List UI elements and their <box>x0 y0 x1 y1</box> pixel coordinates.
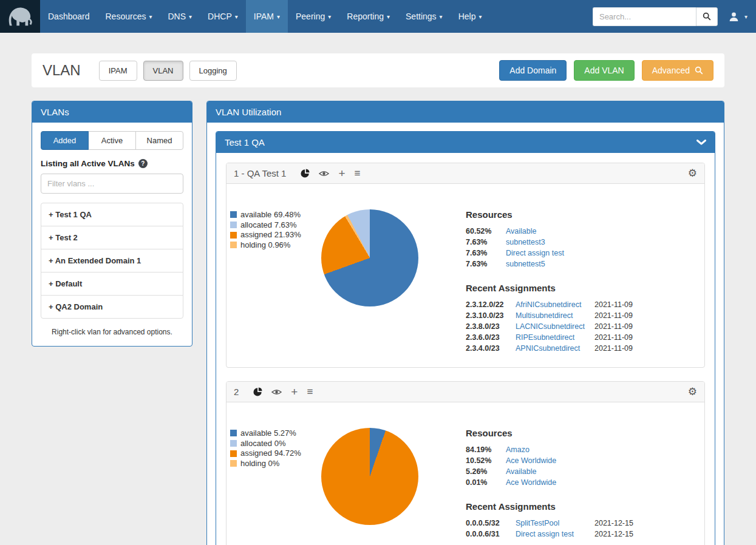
vlan-utilization-body: Test 1 QA 1 - QA Test 1 <box>207 123 724 545</box>
nav-item-settings[interactable]: Settings▾ <box>398 0 451 33</box>
resources-list: 60.52%Available7.63%subnettest37.63%Dire… <box>466 227 689 268</box>
add-domain-button[interactable]: Add Domain <box>499 60 567 81</box>
advanced-button[interactable]: Advanced <box>642 60 713 81</box>
nav-item-label: Dashboard <box>48 12 90 21</box>
assignment-link[interactable]: APNICsubnetdirect <box>516 344 588 353</box>
nav-item-ipam[interactable]: IPAM▾ <box>246 0 288 33</box>
nav-item-label: DHCP <box>208 12 232 21</box>
vlan-list-item[interactable]: + An Extended Domain 1 <box>41 249 183 272</box>
nav-item-label: Resources <box>106 12 146 21</box>
page-header: VLAN IPAMVLANLogging Add DomainAdd VLANA… <box>32 53 724 87</box>
search-button[interactable] <box>696 7 718 26</box>
nav-item-help[interactable]: Help▾ <box>451 0 490 33</box>
vlan-list-item[interactable]: + Test 1 QA <box>41 203 183 226</box>
resource-link[interactable]: Available <box>506 467 556 476</box>
gear-icon[interactable]: ⚙ <box>688 168 697 178</box>
vlan-list-item[interactable]: + QA2 Domain <box>41 296 183 318</box>
caret-down-icon: ▾ <box>440 13 443 20</box>
tab-logging[interactable]: Logging <box>189 61 237 81</box>
legend-item: available 69.48% <box>230 211 321 219</box>
legend-item: holding 0% <box>230 459 321 468</box>
filter-tab-active[interactable]: Active <box>88 131 136 150</box>
vlan-filter-tabs: AddedActiveNamed <box>41 131 183 150</box>
help-icon[interactable]: ? <box>138 159 148 168</box>
caret-down-icon: ▾ <box>235 13 238 20</box>
assignment-cidr: 0.0.0.5/32 <box>466 519 509 527</box>
tab-vlan[interactable]: VLAN <box>143 61 183 81</box>
nav-item-peering[interactable]: Peering▾ <box>288 0 339 33</box>
resource-link[interactable]: Available <box>506 227 564 235</box>
assignment-date: 2021-11-09 <box>594 322 633 331</box>
resource-link[interactable]: subnettest5 <box>506 260 564 268</box>
nav-item-dhcp[interactable]: DHCP▾ <box>200 0 246 33</box>
pie-chart-view-icon[interactable] <box>301 169 310 178</box>
resource-link[interactable]: Direct assign test <box>506 249 564 257</box>
legend-item: allocated 0% <box>230 439 321 448</box>
nav-item-resources[interactable]: Resources▾ <box>98 0 160 33</box>
tab-ipam[interactable]: IPAM <box>99 61 137 81</box>
legend-label: assigned 21.93% <box>240 231 301 239</box>
resource-percent: 10.52% <box>466 456 500 465</box>
search-input[interactable] <box>593 7 696 26</box>
user-menu[interactable]: ▾ <box>729 12 747 22</box>
vlan-list-item[interactable]: + Default <box>41 272 183 296</box>
pie-chart <box>321 209 418 306</box>
legend-label: allocated 7.63% <box>240 221 297 229</box>
assignment-date: 2021-12-15 <box>594 530 633 538</box>
nav-item-dashboard[interactable]: Dashboard <box>40 0 98 33</box>
resources-heading: Resources <box>466 428 689 438</box>
resources-column: Resources 60.52%Available7.63%subnettest… <box>437 209 689 353</box>
vlan-filter-input[interactable] <box>41 174 183 194</box>
recent-assignments-heading: Recent Assignments <box>466 501 689 512</box>
chart-legend: available 69.48%allocated 7.63%assigned … <box>230 211 321 251</box>
block-tools: + ≡ <box>253 386 313 398</box>
legend-swatch <box>230 211 237 218</box>
list-view-icon[interactable]: ≡ <box>355 168 361 178</box>
sidebar-note: Right-click vlan for advanced options. <box>41 328 183 336</box>
legend-label: allocated 0% <box>240 439 285 448</box>
block-tools: + ≡ <box>301 168 360 179</box>
user-icon <box>729 12 739 22</box>
add-vlan-button[interactable]: Add VLAN <box>574 60 634 81</box>
vlans-panel-body: AddedActiveNamed Listing all Active VLAN… <box>32 123 192 346</box>
eye-icon[interactable] <box>271 388 282 396</box>
resource-link[interactable]: subnettest3 <box>506 238 564 246</box>
listing-label: Listing all Active VLANs ? <box>41 159 183 168</box>
collapse-chevron-icon[interactable] <box>696 140 706 145</box>
resource-link[interactable]: Ace Worldwide <box>506 456 556 465</box>
pie-chart-view-icon[interactable] <box>253 387 262 396</box>
block-header: 1 - QA Test 1 + ≡ ⚙ <box>226 163 704 184</box>
assignment-link[interactable]: AfriNICsubnetdirect <box>516 300 588 309</box>
resources-column: Resources 84.19%Amazo10.52%Ace Worldwide… <box>437 428 689 538</box>
page-tabs: IPAMVLANLogging <box>99 61 243 81</box>
block-content: available 5.27%allocated 0%assigned 94.7… <box>226 402 704 545</box>
assignment-link[interactable]: RIPEsubnetdirect <box>516 333 588 342</box>
filter-tab-named[interactable]: Named <box>135 131 183 150</box>
eye-icon[interactable] <box>319 170 329 177</box>
list-view-icon[interactable]: ≡ <box>307 387 313 397</box>
page-actions: Add DomainAdd VLANAdvanced <box>499 60 713 81</box>
block-header: 2 + ≡ ⚙ <box>226 382 704 402</box>
resources-list: 84.19%Amazo10.52%Ace Worldwide5.26%Avail… <box>466 445 689 487</box>
vlan-utilization-title: VLAN Utilization <box>216 107 281 117</box>
nav-item-label: IPAM <box>254 12 274 21</box>
filter-tab-added[interactable]: Added <box>41 131 89 150</box>
plus-icon[interactable]: + <box>291 386 298 398</box>
assignment-link[interactable]: SplitTestPool <box>516 519 588 527</box>
navbar-right: ▾ <box>593 0 756 33</box>
assignment-link[interactable]: Direct assign test <box>516 530 588 538</box>
nav-item-dns[interactable]: DNS▾ <box>160 0 200 33</box>
recent-assignments-heading: Recent Assignments <box>466 283 689 293</box>
resource-percent: 7.63% <box>466 238 500 246</box>
gear-icon[interactable]: ⚙ <box>688 387 697 397</box>
plus-icon[interactable]: + <box>338 168 345 179</box>
brand-logo[interactable] <box>0 0 40 33</box>
domain-panel-header[interactable]: Test 1 QA <box>216 132 715 153</box>
resource-link[interactable]: Ace Worldwide <box>506 478 556 487</box>
assignment-link[interactable]: LACNICsubnetdirect <box>516 322 588 331</box>
vlan-list-item[interactable]: + Test 2 <box>41 226 183 249</box>
legend-label: available 5.27% <box>240 429 296 438</box>
resource-link[interactable]: Amazo <box>506 445 556 454</box>
nav-item-reporting[interactable]: Reporting▾ <box>339 0 398 33</box>
assignment-link[interactable]: Multisubnetdirect <box>516 311 588 320</box>
